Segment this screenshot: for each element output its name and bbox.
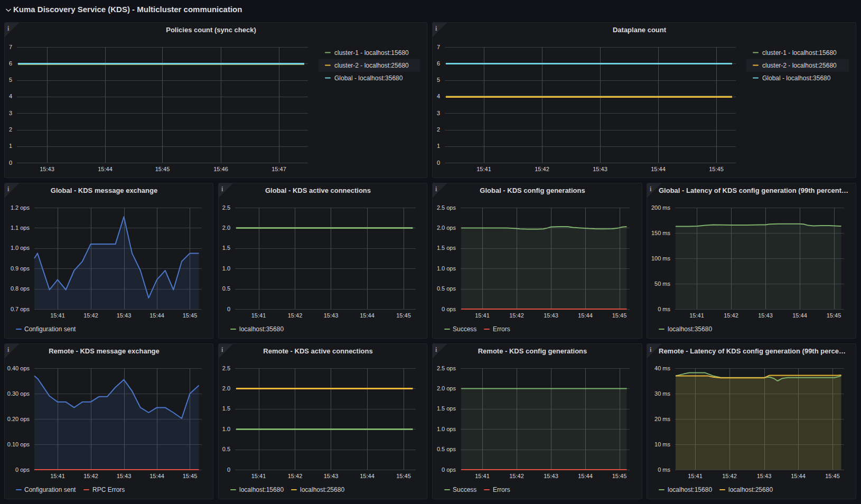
svg-text:15:41: 15:41	[688, 473, 703, 479]
svg-text:Success: Success	[453, 325, 476, 333]
svg-text:15:43: 15:43	[117, 312, 132, 319]
svg-text:15:42: 15:42	[83, 312, 98, 319]
svg-text:0.7 ops: 0.7 ops	[11, 306, 30, 312]
svg-text:RPC Errors: RPC Errors	[92, 486, 125, 493]
svg-text:0 ms: 0 ms	[658, 466, 670, 473]
svg-text:15:45: 15:45	[183, 473, 198, 479]
svg-text:15:44: 15:44	[149, 312, 164, 319]
svg-text:1.1 ops: 1.1 ops	[11, 225, 30, 231]
svg-text:15:42: 15:42	[288, 473, 303, 479]
svg-text:2.0: 2.0	[222, 225, 230, 231]
svg-text:15:42: 15:42	[83, 473, 98, 479]
svg-text:localhost:25680: localhost:25680	[300, 486, 344, 493]
svg-text:7: 7	[437, 44, 440, 50]
svg-text:0.40 ops: 0.40 ops	[7, 365, 30, 371]
svg-text:Errors: Errors	[493, 486, 510, 493]
svg-text:6: 6	[437, 60, 440, 67]
svg-text:4: 4	[9, 93, 12, 99]
svg-text:0 ops: 0 ops	[442, 466, 456, 473]
svg-text:0: 0	[9, 160, 12, 166]
svg-text:1.0 ops: 1.0 ops	[437, 426, 456, 432]
svg-text:15:44: 15:44	[360, 473, 375, 479]
svg-text:1.0 ops: 1.0 ops	[437, 265, 456, 272]
svg-text:1.0 ops: 1.0 ops	[11, 245, 30, 251]
svg-text:15:44: 15:44	[578, 473, 593, 479]
svg-text:15:43: 15:43	[544, 473, 558, 479]
svg-text:6: 6	[9, 60, 12, 67]
svg-text:10 ms: 10 ms	[654, 441, 670, 447]
svg-text:2.0: 2.0	[222, 385, 230, 391]
svg-text:0.30 ops: 0.30 ops	[7, 390, 30, 397]
svg-text:150 ms: 150 ms	[651, 230, 671, 236]
svg-text:0.5: 0.5	[222, 285, 230, 292]
svg-text:Success: Success	[453, 486, 476, 493]
svg-text:15:41: 15:41	[50, 473, 65, 479]
svg-text:15:42: 15:42	[535, 166, 549, 172]
svg-text:cluster-2 - localhost:25680: cluster-2 - localhost:25680	[762, 62, 837, 69]
svg-text:1.5: 1.5	[222, 405, 230, 412]
svg-text:15:42: 15:42	[722, 473, 737, 479]
svg-text:15:43: 15:43	[117, 473, 132, 479]
svg-text:localhost:15680: localhost:15680	[668, 486, 712, 493]
svg-text:1.2 ops: 1.2 ops	[11, 204, 30, 211]
svg-text:0 ops: 0 ops	[442, 306, 456, 312]
svg-text:3: 3	[9, 110, 12, 116]
svg-text:15:41: 15:41	[475, 473, 490, 479]
svg-text:2: 2	[9, 126, 12, 133]
svg-text:15:44: 15:44	[360, 312, 375, 319]
svg-text:2.5 ops: 2.5 ops	[437, 365, 456, 371]
svg-text:15:47: 15:47	[272, 166, 286, 172]
svg-text:15:42: 15:42	[724, 312, 738, 319]
svg-text:15:41: 15:41	[251, 473, 266, 479]
svg-text:1: 1	[9, 143, 12, 149]
svg-text:15:44: 15:44	[149, 473, 164, 479]
svg-text:localhost:35680: localhost:35680	[239, 325, 284, 333]
svg-text:0.9 ops: 0.9 ops	[11, 265, 30, 272]
svg-text:2: 2	[437, 126, 440, 133]
svg-text:15:43: 15:43	[593, 166, 607, 172]
svg-text:15:44: 15:44	[98, 166, 113, 172]
svg-text:30 ms: 30 ms	[654, 390, 670, 397]
svg-text:1.0: 1.0	[222, 265, 230, 272]
svg-text:3: 3	[437, 110, 440, 116]
svg-text:1.5 ops: 1.5 ops	[437, 245, 456, 251]
svg-text:15:45: 15:45	[612, 312, 627, 319]
svg-text:0.8 ops: 0.8 ops	[11, 285, 30, 292]
svg-text:2.0 ops: 2.0 ops	[437, 385, 456, 391]
svg-text:15:45: 15:45	[827, 312, 841, 319]
svg-text:15:42: 15:42	[509, 312, 524, 319]
svg-text:15:44: 15:44	[791, 473, 806, 479]
svg-text:15:45: 15:45	[155, 166, 170, 172]
svg-text:15:43: 15:43	[40, 166, 54, 172]
svg-text:15:42: 15:42	[288, 312, 303, 319]
svg-text:15:44: 15:44	[578, 312, 593, 319]
svg-text:20 ms: 20 ms	[654, 416, 670, 422]
svg-text:15:45: 15:45	[183, 312, 198, 319]
svg-text:0.20 ops: 0.20 ops	[7, 416, 30, 422]
svg-text:localhost:15680: localhost:15680	[239, 486, 284, 493]
svg-text:15:41: 15:41	[476, 166, 491, 172]
svg-text:15:45: 15:45	[709, 166, 724, 172]
svg-text:7: 7	[9, 44, 12, 50]
svg-text:0 ms: 0 ms	[658, 306, 670, 312]
svg-text:1: 1	[437, 143, 440, 149]
svg-text:5: 5	[437, 77, 440, 83]
svg-text:15:45: 15:45	[396, 473, 411, 479]
svg-text:15:44: 15:44	[792, 312, 807, 319]
svg-text:15:42: 15:42	[509, 473, 524, 479]
svg-text:2.5 ops: 2.5 ops	[437, 204, 456, 211]
svg-text:50 ms: 50 ms	[654, 281, 670, 287]
svg-text:0: 0	[437, 160, 440, 166]
svg-text:1.5 ops: 1.5 ops	[437, 405, 456, 412]
svg-text:15:45: 15:45	[612, 473, 627, 479]
svg-text:15:43: 15:43	[324, 473, 339, 479]
svg-text:cluster-1 - localhost:15680: cluster-1 - localhost:15680	[334, 49, 409, 57]
svg-text:100 ms: 100 ms	[651, 255, 671, 262]
svg-text:15:46: 15:46	[213, 166, 228, 172]
svg-text:Configuration sent: Configuration sent	[24, 486, 76, 493]
svg-text:15:41: 15:41	[475, 312, 490, 319]
svg-text:1.0: 1.0	[222, 426, 230, 432]
svg-text:5: 5	[9, 77, 12, 83]
svg-text:15:41: 15:41	[689, 312, 704, 319]
svg-text:1.5: 1.5	[222, 245, 230, 251]
